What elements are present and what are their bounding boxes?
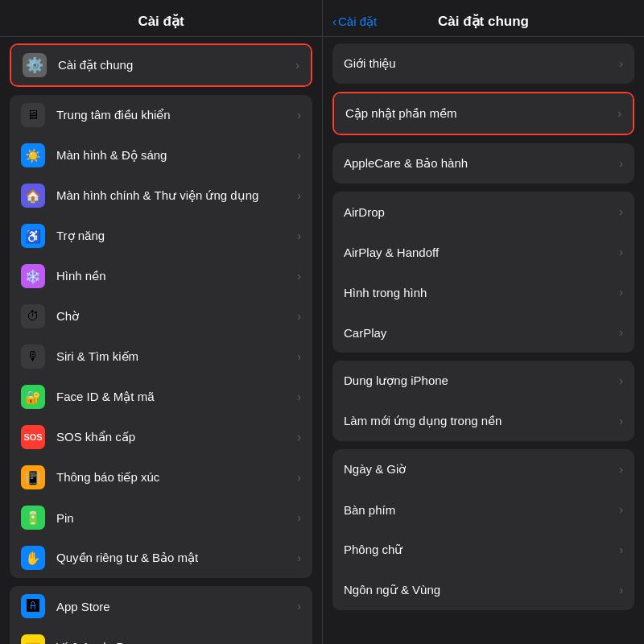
left-item-control-center[interactable]: 🖥Trung tâm điều khiển› bbox=[10, 95, 312, 135]
standby-icon: ⏱ bbox=[21, 304, 45, 328]
picture-in-picture-label: Hình trong hình bbox=[344, 286, 619, 299]
left-item-battery[interactable]: 🔋Pin› bbox=[10, 497, 312, 538]
emergency-sos-chevron-icon: › bbox=[297, 431, 301, 444]
date-time-label: Ngày & Giờ bbox=[344, 462, 619, 477]
left-item-wallet-applepay[interactable]: 💳Ví & Apple Pay› bbox=[10, 626, 312, 644]
wallpaper-chevron-icon: › bbox=[297, 270, 301, 283]
right-item-keyboard[interactable]: Bàn phím› bbox=[332, 489, 634, 530]
fonts-chevron-icon: › bbox=[619, 543, 623, 556]
date-time-chevron-icon: › bbox=[619, 463, 623, 476]
airdrop-chevron-icon: › bbox=[619, 205, 623, 218]
app-store-chevron-icon: › bbox=[297, 600, 301, 613]
standby-chevron-icon: › bbox=[297, 310, 301, 323]
display-brightness-label: Màn hình & Độ sáng bbox=[56, 148, 297, 163]
back-button[interactable]: ‹ Cài đặt bbox=[332, 14, 377, 29]
right-item-background-app-refresh[interactable]: Làm mới ứng dụng trong nền› bbox=[332, 401, 634, 441]
airdrop-label: AirDrop bbox=[344, 205, 619, 219]
accessibility-chevron-icon: › bbox=[297, 229, 301, 242]
right-title: Cài đặt chung bbox=[438, 13, 529, 30]
control-center-label: Trung tâm điều khiển bbox=[56, 108, 297, 122]
siri-search-label: Siri & Tìm kiếm bbox=[56, 349, 297, 364]
carplay-chevron-icon: › bbox=[619, 326, 623, 339]
applecare-label: AppleCare & Bảo hành bbox=[344, 156, 619, 171]
right-item-language-region[interactable]: Ngôn ngữ & Vùng› bbox=[332, 570, 634, 610]
left-header: Cài đặt bbox=[0, 0, 322, 37]
right-panel: ‹ Cài đặt Cài đặt chung Giới thiệu›Cập n… bbox=[322, 0, 644, 644]
airplay-handoff-label: AirPlay & Handoff bbox=[344, 246, 619, 259]
home-screen-icon: 🏠 bbox=[21, 184, 45, 208]
left-item-general-settings[interactable]: ⚙️Cài đặt chung› bbox=[11, 45, 311, 85]
language-region-label: Ngôn ngữ & Vùng bbox=[344, 583, 619, 597]
app-store-label: App Store bbox=[56, 600, 297, 613]
general-settings-chevron-icon: › bbox=[295, 59, 299, 72]
standby-label: Chờ bbox=[56, 309, 297, 324]
left-item-wallpaper[interactable]: ❄️Hình nền› bbox=[10, 256, 312, 296]
left-item-standby[interactable]: ⏱Chờ› bbox=[10, 296, 312, 336]
home-screen-label: Màn hình chính & Thư viện ứng dụng bbox=[56, 188, 297, 203]
right-item-applecare[interactable]: AppleCare & Bảo hành› bbox=[332, 143, 634, 184]
wallet-applepay-chevron-icon: › bbox=[297, 640, 301, 644]
right-item-airdrop[interactable]: AirDrop› bbox=[332, 192, 634, 232]
right-item-fonts[interactable]: Phông chữ› bbox=[332, 530, 634, 570]
right-item-picture-in-picture[interactable]: Hình trong hình› bbox=[332, 272, 634, 312]
left-item-face-id[interactable]: 🔐Face ID & Mật mã› bbox=[10, 377, 312, 417]
applecare-chevron-icon: › bbox=[619, 157, 623, 170]
software-update-chevron-icon: › bbox=[617, 107, 621, 120]
privacy-security-chevron-icon: › bbox=[297, 551, 301, 564]
emergency-sos-icon: SOS bbox=[21, 425, 45, 449]
siri-search-chevron-icon: › bbox=[297, 350, 301, 363]
wallet-applepay-icon: 💳 bbox=[21, 634, 45, 644]
control-center-icon: 🖥 bbox=[21, 103, 45, 127]
right-header: ‹ Cài đặt Cài đặt chung bbox=[323, 0, 644, 37]
left-settings-list: ⚙️Cài đặt chung›🖥Trung tâm điều khiển›☀️… bbox=[0, 37, 322, 644]
face-id-icon: 🔐 bbox=[21, 385, 45, 409]
picture-in-picture-chevron-icon: › bbox=[619, 286, 623, 299]
exposure-notifications-label: Thông báo tiếp xúc bbox=[56, 470, 297, 485]
background-app-refresh-label: Làm mới ứng dụng trong nền bbox=[344, 414, 619, 428]
back-label: Cài đặt bbox=[338, 14, 377, 29]
right-item-airplay-handoff[interactable]: AirPlay & Handoff› bbox=[332, 232, 634, 272]
keyboard-chevron-icon: › bbox=[619, 503, 623, 516]
left-item-accessibility[interactable]: ♿Trợ năng› bbox=[10, 216, 312, 256]
back-chevron-icon: ‹ bbox=[332, 14, 336, 28]
fonts-label: Phông chữ bbox=[344, 543, 619, 557]
exposure-notifications-chevron-icon: › bbox=[297, 471, 301, 484]
right-item-software-update[interactable]: Cập nhật phần mềm› bbox=[334, 93, 633, 134]
general-settings-icon: ⚙️ bbox=[23, 53, 47, 77]
language-region-chevron-icon: › bbox=[619, 584, 623, 597]
carplay-label: CarPlay bbox=[344, 326, 619, 340]
emergency-sos-label: SOS khẩn cấp bbox=[56, 430, 297, 444]
accessibility-icon: ♿ bbox=[21, 224, 45, 248]
battery-label: Pin bbox=[56, 511, 297, 525]
background-app-refresh-chevron-icon: › bbox=[619, 415, 623, 427]
left-item-home-screen[interactable]: 🏠Màn hình chính & Thư viện ứng dụng› bbox=[10, 175, 312, 216]
wallpaper-icon: ❄️ bbox=[21, 264, 45, 288]
face-id-label: Face ID & Mật mã bbox=[56, 390, 297, 404]
right-item-about[interactable]: Giới thiệu› bbox=[332, 43, 634, 84]
left-item-privacy-security[interactable]: ✋Quyền riêng tư & Bảo mật› bbox=[10, 538, 312, 578]
left-item-app-store[interactable]: 🅰App Store› bbox=[10, 586, 312, 626]
left-item-emergency-sos[interactable]: SOSSOS khẩn cấp› bbox=[10, 417, 312, 457]
right-item-iphone-storage[interactable]: Dung lượng iPhone› bbox=[332, 361, 634, 401]
iphone-storage-chevron-icon: › bbox=[619, 374, 623, 387]
home-screen-chevron-icon: › bbox=[297, 189, 301, 202]
siri-search-icon: 🎙 bbox=[21, 345, 45, 369]
airplay-handoff-chevron-icon: › bbox=[619, 246, 623, 258]
wallet-applepay-label: Ví & Apple Pay bbox=[56, 640, 297, 645]
accessibility-label: Trợ năng bbox=[56, 229, 297, 243]
privacy-security-label: Quyền riêng tư & Bảo mật bbox=[56, 551, 297, 565]
left-item-siri-search[interactable]: 🎙Siri & Tìm kiếm› bbox=[10, 336, 312, 377]
general-settings-label: Cài đặt chung bbox=[58, 58, 295, 72]
software-update-label: Cập nhật phần mềm bbox=[345, 106, 617, 121]
about-label: Giới thiệu bbox=[344, 56, 619, 71]
left-item-display-brightness[interactable]: ☀️Màn hình & Độ sáng› bbox=[10, 135, 312, 175]
left-title: Cài đặt bbox=[138, 14, 184, 29]
face-id-chevron-icon: › bbox=[297, 390, 301, 403]
control-center-chevron-icon: › bbox=[297, 109, 301, 122]
right-item-date-time[interactable]: Ngày & Giờ› bbox=[332, 449, 634, 489]
left-item-exposure-notifications[interactable]: 📳Thông báo tiếp xúc› bbox=[10, 457, 312, 497]
right-item-carplay[interactable]: CarPlay› bbox=[332, 312, 634, 353]
privacy-security-icon: ✋ bbox=[21, 546, 45, 570]
keyboard-label: Bàn phím bbox=[344, 503, 619, 517]
iphone-storage-label: Dung lượng iPhone bbox=[344, 374, 619, 388]
